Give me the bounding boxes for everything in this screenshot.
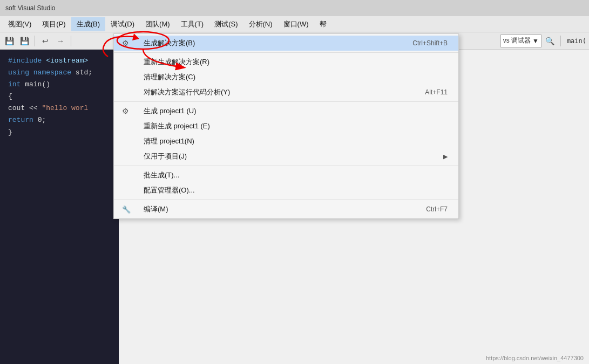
toolbar-right: vs 调试器 ▼ 🔍 main( (500, 35, 586, 47)
title-bar: soft Visual Studio (0, 0, 589, 16)
menu-item-rebuild-project[interactable]: 重新生成 project1 (E) (114, 119, 458, 134)
compile-icon: 🔧 (122, 205, 131, 214)
toolbar-sep1 (35, 36, 35, 46)
menu-item-compile[interactable]: 🔧 编译(M) Ctrl+F7 (114, 202, 458, 217)
toolbar-save2-btn[interactable]: 💾 (18, 35, 31, 47)
menu-tools[interactable]: 工具(T) (175, 17, 209, 31)
debugger-label: vs 调试器 (503, 36, 531, 45)
code-line-3: int main() (8, 79, 111, 91)
code-line-4: { (8, 91, 111, 102)
only-project-label: 仅用于项目(J) (144, 152, 187, 161)
menu-section-1: ⚙ 生成解决方案(B) Ctrl+Shift+B (114, 34, 458, 53)
menu-project[interactable]: 项目(P) (37, 17, 71, 31)
watermark-text: https://blog.csdn.net/weixin_4477300 (486, 355, 584, 361)
menu-item-config-manager[interactable]: 配置管理器(O)... (114, 183, 458, 198)
menu-item-analyze-code[interactable]: 对解决方案运行代码分析(Y) Alt+F11 (114, 85, 458, 100)
analyze-code-shortcut: Alt+F11 (425, 88, 448, 96)
menu-window[interactable]: 窗口(W) (278, 17, 314, 31)
build-solution-shortcut: Ctrl+Shift+B (412, 39, 448, 47)
code-line-2: using namespace std; (8, 67, 111, 79)
menu-item-build-solution[interactable]: ⚙ 生成解决方案(B) Ctrl+Shift+B (114, 36, 458, 51)
code-line-5: cout << "hello worl (8, 102, 111, 114)
build-project-icon: ⚙ (122, 107, 129, 115)
code-line-7: } (8, 127, 111, 139)
menu-test[interactable]: 测试(S) (209, 17, 243, 31)
build-solution-label: 生成解决方案(B) (144, 38, 195, 48)
menu-team[interactable]: 团队(M) (140, 17, 175, 31)
build-dropdown-menu: ⚙ 生成解决方案(B) Ctrl+Shift+B 重新生成解决方案(R) 清理解… (113, 33, 459, 219)
toolbar-sep2 (71, 36, 71, 46)
menu-item-clean-project[interactable]: 清理 project1(N) (114, 134, 458, 149)
debugger-dropdown[interactable]: vs 调试器 ▼ (500, 35, 541, 47)
toolbar-search-btn[interactable]: 🔍 (544, 35, 557, 47)
rebuild-project-label: 重新生成 project1 (E) (144, 121, 210, 131)
menu-item-rebuild-solution[interactable]: 重新生成解决方案(R) (114, 54, 458, 70)
debugger-arrow: ▼ (532, 37, 539, 45)
menu-item-only-project[interactable]: 仅用于项目(J) ▶ (114, 149, 458, 164)
menu-analyze[interactable]: 分析(N) (243, 17, 278, 31)
menu-section-5: 🔧 编译(M) Ctrl+F7 (114, 200, 458, 218)
analyze-code-label: 对解决方案运行代码分析(Y) (144, 87, 230, 97)
code-line-1: #include <iostream> (8, 55, 111, 67)
toolbar-undo-btn[interactable]: ↩ (39, 35, 52, 47)
menu-view[interactable]: 视图(V) (3, 17, 37, 31)
rebuild-solution-label: 重新生成解决方案(R) (144, 57, 209, 67)
menu-bar: 视图(V) 项目(P) 生成(B) 调试(D) 团队(M) 工具(T) 测试(S… (0, 16, 589, 32)
clean-project-label: 清理 project1(N) (144, 136, 194, 146)
main-label: main( (567, 37, 586, 45)
menu-help[interactable]: 帮 (314, 17, 332, 31)
toolbar-sep3 (560, 36, 561, 46)
menu-section-3: ⚙ 生成 project1 (U) 重新生成 project1 (E) 清理 p… (114, 102, 458, 166)
code-line-6: return 0; (8, 114, 111, 126)
menu-section-4: 批生成(T)... 配置管理器(O)... (114, 166, 458, 200)
build-project-label: 生成 project1 (U) (144, 106, 197, 116)
compile-label: 编译(M) (144, 204, 168, 214)
toolbar-save-btn[interactable]: 💾 (3, 35, 16, 47)
batch-build-label: 批生成(T)... (144, 170, 179, 180)
submenu-arrow-icon: ▶ (443, 153, 448, 160)
menu-item-batch-build[interactable]: 批生成(T)... (114, 168, 458, 183)
code-editor[interactable]: #include <iostream> using namespace std;… (0, 50, 119, 364)
title-text: soft Visual Studio (5, 4, 56, 12)
watermark: https://blog.csdn.net/weixin_4477300 (486, 355, 584, 361)
menu-section-2: 重新生成解决方案(R) 清理解决方案(C) 对解决方案运行代码分析(Y) Alt… (114, 53, 458, 102)
menu-build[interactable]: 生成(B) (71, 17, 105, 31)
menu-debug[interactable]: 调试(D) (105, 17, 140, 31)
toolbar-redo-btn[interactable]: → (54, 35, 67, 47)
menu-item-build-project[interactable]: ⚙ 生成 project1 (U) (114, 104, 458, 119)
menu-item-clean-solution[interactable]: 清理解决方案(C) (114, 70, 458, 85)
compile-shortcut: Ctrl+F7 (426, 205, 448, 213)
clean-solution-label: 清理解决方案(C) (144, 72, 195, 82)
config-manager-label: 配置管理器(O)... (144, 186, 195, 195)
build-solution-icon: ⚙ (122, 39, 129, 47)
